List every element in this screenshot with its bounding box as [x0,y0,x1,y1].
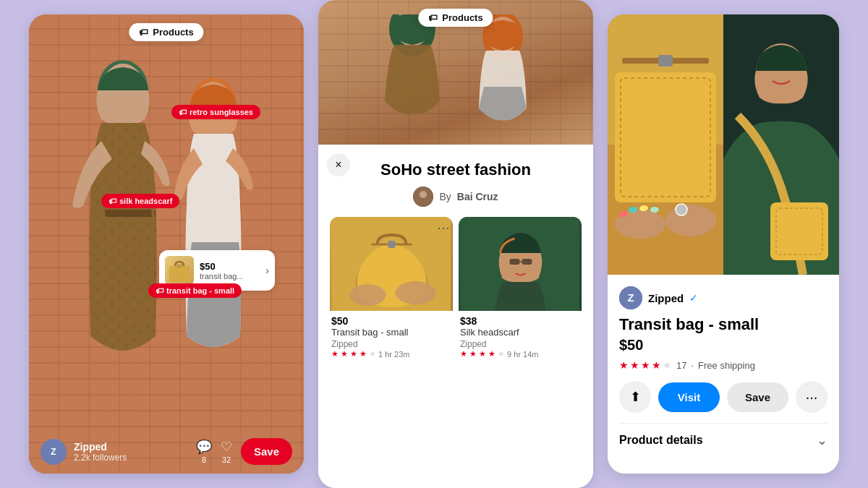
panel-3: Z Zipped ✓ Transit bag - small $50 ★ ★ ★… [608,14,839,474]
svg-point-19 [420,191,427,198]
svg-text:Z: Z [51,447,56,457]
hotspot-sunglasses[interactable]: 🏷 retro sunglasses [171,105,260,119]
more-options-2[interactable]: ⋯ [566,220,579,236]
products-tag-2[interactable]: 🏷 Products [418,9,493,27]
brand-row: Z Zipped ✓ [619,286,827,309]
panel-3-image [608,14,839,275]
panel-1: 🏷 Products 🏷 retro sunglasses 🏷 silk hea… [29,14,304,474]
product-2-info: $38 Silk headscarf Zipped ★ ★ ★ ★ ★ 9 hr… [459,311,582,363]
shipping-label: Free shipping [698,360,755,371]
svg-rect-7 [105,210,156,217]
product-price: $50 [200,261,260,272]
product-price: $50 [619,337,827,354]
rating-row: ★ ★ ★ ★ ★ 17 · Free shipping [619,359,827,371]
chevron-right-icon: › [265,265,269,276]
product-1-price: $50 [331,315,451,327]
svg-point-22 [350,284,386,306]
products-label: Products [153,27,193,38]
close-button[interactable]: × [327,153,350,176]
svg-point-42 [650,207,659,213]
comments-count: 8 [202,455,206,464]
modal-product-1[interactable]: $50 Transit bag - small Zipped ★ ★ ★ ★ ★… [330,217,453,363]
profile-info: Zipped 2.2k followers [74,441,189,463]
product-details-row[interactable]: Product details ⌄ [619,423,827,448]
modal-content: × SoHo street fashion By Bai Cruz [318,145,593,488]
author-name: Bai Cruz [457,191,498,202]
figures-illustration [29,47,304,423]
verified-icon: ✓ [689,292,698,304]
share-button[interactable]: ⬆ [619,381,651,413]
modal-product-2[interactable]: $38 Silk headscarf Zipped ★ ★ ★ ★ ★ 9 hr… [459,217,582,363]
product-2-price: $38 [460,315,580,327]
hotspot-bag[interactable]: 🏷 transit bag - small [148,283,242,298]
comments-action[interactable]: 💬 8 [196,439,212,464]
tag-icon-2: 🏷 [428,12,438,23]
svg-point-44 [678,207,684,213]
svg-point-38 [665,205,716,236]
profile-footer: Z Zipped 2.2k followers 💬 8 ♡ 32 Save [29,429,304,474]
product-1-name: Transit bag - small [331,327,451,338]
separator: · [691,360,694,371]
panel-2-image: 🏷 Products [318,0,593,145]
panel-2: 🏷 Products × So [318,0,593,488]
svg-rect-10 [169,266,190,282]
brand-name: Zipped [648,292,684,304]
profile-avatar: Z [41,439,67,465]
star-2: ★ [341,349,348,359]
star-1: ★ [619,359,629,371]
hotspot-icon: 🏷 [179,108,187,116]
product-1-image [330,217,453,311]
star-4: ★ [359,349,367,359]
panel-3-dual-image [608,14,839,275]
hotspot-icon: 🏷 [109,197,116,205]
share-icon: ⬆ [630,389,641,405]
rating-count: 17 [676,360,686,371]
figures-2 [318,14,593,145]
product-2-time: 9 hr 14m [507,350,538,359]
star-4: ★ [488,349,495,359]
saves-action[interactable]: ♡ 32 [221,439,232,464]
bag-image [608,14,723,275]
product-1-stars: ★ ★ ★ ★ ★ 1 hr 23m [331,349,451,359]
more-button[interactable]: ··· [796,381,827,413]
author-avatar [413,187,433,207]
more-icon: ··· [806,389,818,406]
profile-name: Zipped [74,441,189,453]
modal-author: By Bai Cruz [330,187,582,207]
panel-3-bottom: Z Zipped ✓ Transit bag - small $50 ★ ★ ★… [608,275,839,474]
save-button-3[interactable]: Save [727,382,788,412]
visit-button[interactable]: Visit [658,382,720,412]
svg-text:Z: Z [627,291,634,304]
hotspot-icon: 🏷 [156,286,163,295]
stars-row: ★ ★ ★ ★ ★ [619,359,672,371]
action-buttons: ⬆ Visit Save ··· [619,381,827,413]
hotspot-headscarf[interactable]: 🏷 silk headscarf [101,194,179,208]
product-title: Transit bag - small [619,315,827,334]
product-info: $50 transit bag... [200,261,260,281]
product-2-brand: Zipped [460,339,580,349]
saves-count: 32 [222,455,231,464]
svg-rect-25 [388,241,396,248]
star-3: ★ [479,349,486,359]
profile-followers: 2.2k followers [74,453,189,463]
profile-actions: 💬 8 ♡ 32 Save [196,438,292,465]
product-1-time: 1 hr 23m [378,350,409,359]
save-button[interactable]: Save [241,438,292,465]
star-3: ★ [350,349,357,359]
products-tag[interactable]: 🏷 Products [129,23,203,41]
product-name: transit bag... [200,272,260,281]
modal-products-grid: $50 Transit bag - small Zipped ★ ★ ★ ★ ★… [318,217,593,374]
more-options-1[interactable]: ⋯ [437,220,450,236]
product-2-image [459,217,582,311]
star-1: ★ [460,349,467,359]
comment-icon: 💬 [196,439,212,455]
product-2-name: Silk headscarf [460,327,580,338]
star-5: ★ [663,359,672,371]
author-prefix: By [439,191,451,202]
modal-title: SoHo street fashion [330,160,582,179]
tag-icon: 🏷 [139,27,148,38]
product-2-stars: ★ ★ ★ ★ ★ 9 hr 14m [460,349,580,359]
svg-rect-29 [522,259,532,265]
star-5: ★ [369,349,376,359]
star-4: ★ [652,359,661,371]
